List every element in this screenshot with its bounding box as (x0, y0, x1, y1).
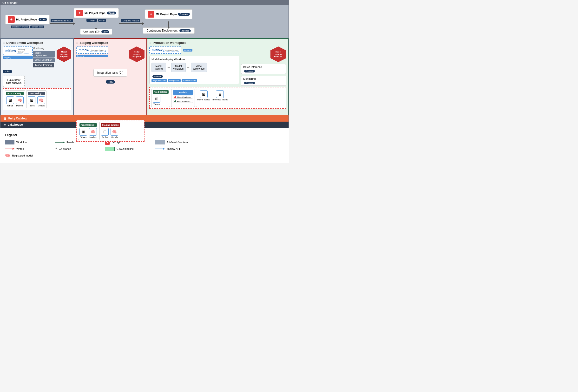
prod-extra-items: ⊞ Metric Tables ⊞ Inference Tables (197, 90, 228, 101)
staging-mlflow-logo: mlflow (79, 48, 89, 52)
tables-item-staging-prod: ⊞ Tables (80, 128, 87, 139)
tables-item-staging: ⊞ Tables (101, 128, 109, 139)
eda-section: Exploratory data analysis (3, 76, 71, 87)
git-repos-row: ✦ ML Project Repo ⑂ dev Create dev branc… (5, 8, 284, 35)
create-dev-branch-badge: Create dev branch (11, 26, 29, 28)
integration-tests-label: Integration tests (CI) (97, 71, 124, 74)
staging-mlflow-box: mlflow Tracking Server (76, 47, 108, 54)
prod-extra-tables: ⊞ Metric Tables ⊞ Inference Tables (196, 89, 230, 107)
metric-tables-icon: ⊞ (200, 90, 208, 98)
legend-branch-icon: ⑂ (55, 147, 57, 151)
git-repo-release-group: ✦ ML Project Repo ⑂ release Continuous D… (143, 9, 194, 34)
prod-logging-badge: Logging (183, 49, 193, 51)
git-repo-main-group: ✦ ML Project Repo ⑂ main CI trigger M (74, 8, 119, 35)
prod-catalog-dev-ws: Prod Catalog ⊞ Tables 🧠 Models (5, 90, 25, 108)
legend-model-icon: 🧠 (5, 153, 10, 158)
unity-catalog-bar: ▦ Unity Catalog (0, 115, 289, 122)
dev-mlflow-section: mlflow Tracking Server Logging (3, 47, 33, 59)
prod-stage-badges: Register model Assign alias Promote mode… (151, 79, 237, 82)
legend-task-icon (155, 140, 165, 145)
unit-tests-branch: ⑂ dev (101, 30, 109, 33)
git-provider-bar: Git provider (0, 0, 289, 5)
dev-catalog-dev-items: ⊞ Tables 🧠 Models (28, 96, 45, 107)
staging-mlflow-section: mlflow Tracking Server Logging (76, 47, 108, 62)
git-repo-release: ✦ ML Project Repo ⑂ release (145, 9, 193, 19)
models-item-prod-dev: 🧠 Models (16, 96, 24, 107)
unit-tests-label: Unit tests (CI) (83, 30, 99, 33)
dev-logging-badge: Logging (3, 56, 33, 59)
prod-mlflow-box: mlflow Tracking Server (149, 47, 181, 54)
dev-model-serving-endpoint: ModelServingEndpoint (57, 47, 71, 62)
metric-tables-item: ⊞ Metric Tables (197, 90, 210, 101)
champion-dot (174, 100, 176, 102)
batch-inference-label: Batch Inference (243, 65, 284, 68)
dev-right-section: Monitoring Model deployment Model valida… (33, 47, 71, 67)
models-icon-staging: 🧠 (110, 128, 118, 136)
cd-vert-arrow (168, 21, 169, 27)
alias-challenger: Alias: Challenger (173, 96, 193, 99)
dev-catalog-title-dev: Dev Catalog (28, 92, 45, 95)
dev-workspace-icon: ≡ (3, 41, 5, 45)
prod-step-validation: Modelvalidation (171, 63, 186, 72)
legend-workflow-icon (5, 140, 14, 145)
commit-code-badge: Commit code (30, 26, 44, 28)
staging-tracking-server: Tracking Server (90, 49, 105, 52)
legend-workflow-label: Workflow (16, 141, 27, 144)
git-repo-dev-group: ✦ ML Project Repo ⑂ dev Create dev branc… (5, 15, 49, 28)
tables-icon-staging-prod: ⊞ (80, 128, 87, 136)
prod-workflow-box: Model train-deploy Workflow Modeltrainin… (149, 56, 239, 84)
git-icon-main: ✦ (76, 10, 83, 16)
cd-branch: ⑂ release (179, 29, 191, 32)
branch-badge-dev: ⑂ dev (39, 18, 47, 21)
workspace-development: ≡ Development workspace mlflow Tracking … (0, 38, 74, 115)
staging-catalog-items: ⊞ Tables 🧠 Models (101, 128, 120, 139)
legend-cicd: CI/CD pipeline (105, 147, 153, 151)
git-flow-area: ✦ ML Project Repo ⑂ dev Create dev branc… (0, 5, 289, 38)
prod-catalog-staging-ws: Prod Catalog ⊞ Tables 🧠 Models (78, 122, 98, 140)
prod-workspace-title: ≡ Production workspace (149, 41, 286, 45)
prod-mlflow-row: mlflow Tracking Server Logging (149, 47, 239, 54)
git-repo-main-name: ML Project Repo (85, 11, 105, 14)
prod-release-row: ⑂ release (151, 74, 237, 78)
ci-vert-arrow (96, 23, 96, 29)
register-model-badge: Register model (151, 79, 167, 82)
dev-model-deployment: Model deployment (33, 51, 55, 57)
prod-right: ModelServingEndpoint Batch Inference ⑂ r… (241, 47, 286, 86)
prod-mlflow-section: mlflow Tracking Server Logging (149, 47, 239, 54)
ci-section: CI trigger Merge Unit tests (CI) ⑂ dev (80, 19, 112, 35)
staging-logging-badge: Logging (76, 55, 108, 57)
branch-icon-dev: ⑂ (40, 18, 41, 21)
dev-sub-badges: Create dev branch Commit code (11, 26, 44, 28)
prod-step-training: Modeltraining (151, 63, 166, 72)
models-item-dev: 🧠 Models (37, 96, 45, 107)
tables-item-prod: ⊞ Tables (153, 95, 160, 105)
models-icon-staging-prod: 🧠 (89, 128, 97, 136)
prod-tracking-server: Tracking Server (163, 49, 179, 52)
dev-tracking-server: Tracking Server (17, 48, 30, 53)
prod-catalog-wrapper: Prod Catalog ⊞ Tables Models (149, 87, 286, 109)
legend-task: Job/Workflow task (155, 140, 203, 145)
legend-writes-arrow (5, 148, 14, 149)
legend-model-label: Registered model (12, 154, 33, 157)
lakehouse-label: Lakehouse (8, 123, 23, 126)
staging-catalog-title: Staging Catalog (101, 123, 120, 127)
tables-icon-staging: ⊞ (101, 128, 109, 136)
models-icon-prod-dev: 🧠 (16, 96, 24, 104)
dev-mlflow-logo: mlflow (5, 49, 16, 53)
prod-left: mlflow Tracking Server Logging Model tra… (149, 47, 239, 86)
prod-workspace-icon: ≡ (149, 41, 151, 45)
prod-monitoring-label: Monitoring (243, 77, 284, 80)
prod-catalog-title-staging: Prod Catalog (80, 123, 97, 127)
models-item-staging-prod: 🧠 Models (89, 128, 97, 139)
git-provider-label: Git provider (2, 1, 17, 4)
pull-request-label: Pull request to main (50, 19, 73, 22)
prod-model-serving-endpoint: ModelServingEndpoint (270, 47, 286, 62)
legend-mlflow-arrow (155, 148, 165, 149)
inference-tables-item: ⊞ Inference Tables (212, 90, 228, 101)
inference-tables-icon: ⊞ (216, 90, 224, 98)
diagram-outer: Git provider ✦ ML Project Repo ⑂ dev (0, 0, 289, 128)
staging-catalog-wrapper: Prod Catalog ⊞ Tables 🧠 Models (76, 120, 144, 142)
staging-model-serving-endpoint: ModelServingEndpoint (129, 47, 144, 62)
git-icon-release: ✦ (148, 11, 154, 18)
pull-request-arrow: Pull request to main (49, 19, 74, 24)
